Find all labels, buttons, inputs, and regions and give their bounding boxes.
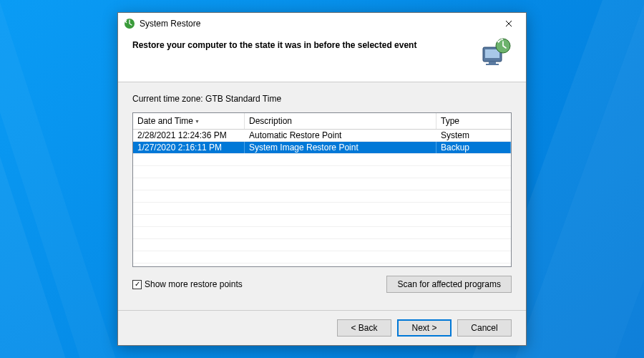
list-body[interactable]: 2/28/2021 12:24:36 PMAutomatic Restore P… [133, 130, 511, 266]
content-area: Current time zone: GTB Standard Time Dat… [118, 82, 526, 310]
restore-wizard-icon [479, 37, 512, 70]
cancel-button[interactable]: Cancel [457, 319, 512, 337]
table-row-empty [133, 215, 511, 227]
svg-rect-4 [486, 64, 499, 65]
close-icon [505, 20, 512, 27]
timezone-label: Current time zone: GTB Standard Time [132, 94, 512, 104]
close-button[interactable] [494, 14, 523, 34]
table-row-empty [133, 166, 511, 178]
column-desc-label: Description [249, 116, 292, 126]
column-date-label: Date and Time [137, 116, 193, 126]
list-header: Date and Time ▼ Description Type [133, 113, 511, 130]
table-row-empty [133, 239, 511, 251]
titlebar: System Restore [118, 13, 526, 34]
table-row-empty [133, 203, 511, 215]
column-type[interactable]: Type [436, 113, 511, 129]
cell-date: 1/27/2020 2:16:11 PM [133, 142, 245, 153]
table-row-empty [133, 227, 511, 239]
wizard-footer: < Back Next > Cancel [118, 310, 526, 345]
table-row-empty [133, 178, 511, 190]
table-row-empty [133, 190, 511, 203]
show-more-checkbox[interactable]: Show more restore points [132, 279, 243, 289]
table-row-empty [133, 154, 511, 166]
column-type-label: Type [441, 116, 459, 126]
system-restore-window: System Restore Restore your computer to … [117, 12, 527, 346]
cell-type: System [436, 130, 511, 141]
back-button[interactable]: < Back [337, 319, 391, 337]
wizard-heading: Restore your computer to the state it wa… [132, 37, 470, 50]
table-row[interactable]: 2/28/2021 12:24:36 PMAutomatic Restore P… [133, 130, 511, 142]
svg-rect-3 [489, 62, 496, 64]
column-description[interactable]: Description [245, 113, 436, 129]
table-row-empty [133, 251, 511, 263]
cell-desc: System Image Restore Point [245, 142, 436, 153]
cell-date: 2/28/2021 12:24:36 PM [133, 130, 245, 141]
table-row[interactable]: 1/27/2020 2:16:11 PMSystem Image Restore… [133, 142, 511, 154]
sort-arrow-icon: ▼ [195, 119, 200, 124]
checkbox-icon [132, 280, 142, 289]
column-date[interactable]: Date and Time ▼ [133, 113, 245, 129]
show-more-label: Show more restore points [145, 279, 243, 289]
cell-desc: Automatic Restore Point [245, 130, 436, 141]
scan-affected-button[interactable]: Scan for affected programs [386, 276, 512, 293]
restore-points-list: Date and Time ▼ Description Type 2/28/20… [132, 112, 512, 267]
wizard-header: Restore your computer to the state it wa… [118, 34, 526, 82]
system-restore-icon [124, 18, 135, 29]
cell-type: Backup [436, 142, 511, 153]
next-button[interactable]: Next > [397, 319, 452, 337]
window-title: System Restore [140, 19, 494, 29]
below-list-row: Show more restore points Scan for affect… [132, 276, 512, 293]
